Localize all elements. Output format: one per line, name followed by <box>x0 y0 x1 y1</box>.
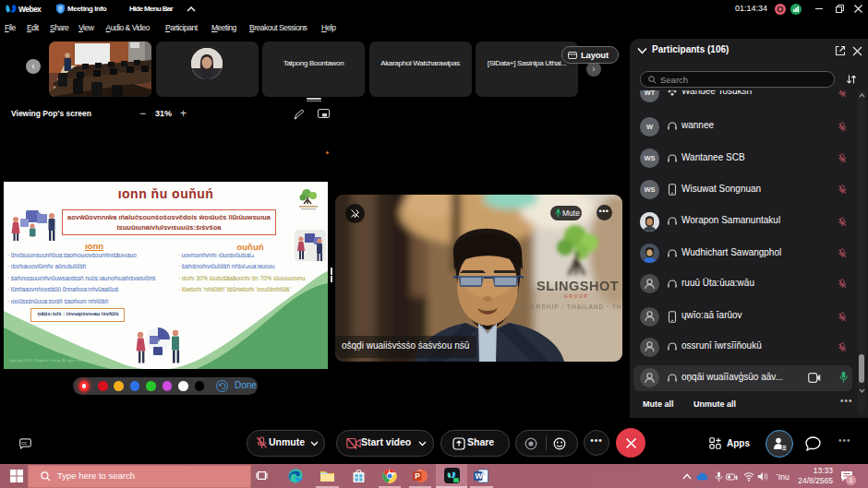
svg-text:Copyright 2018 Slingshot Group: Copyright 2018 Slingshot Group. All righ… <box>7 358 92 363</box>
svg-text:GROUP: GROUP <box>564 294 589 299</box>
svg-text:cc: cc <box>21 440 27 446</box>
svg-text:EADERSHIP · THAILAND · THE W: EADERSHIP · THAILAND · THE W <box>516 304 622 310</box>
svg-text:P: P <box>415 471 420 481</box>
svg-text:SLINGSHOT: SLINGSHOT <box>536 279 619 293</box>
svg-text:W: W <box>476 471 484 481</box>
